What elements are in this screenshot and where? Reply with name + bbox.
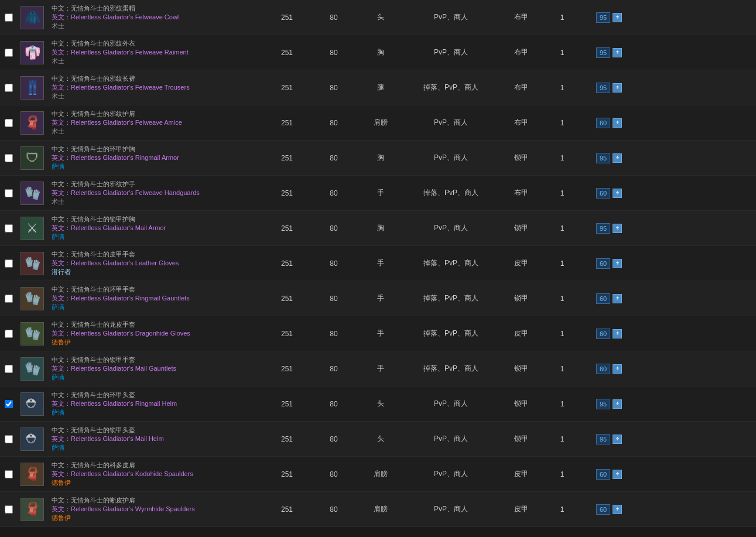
item-name-en[interactable]: 英文：Relentless Gladiator's Felweave Trous… [52,83,259,92]
item-class: 术士 [52,197,259,206]
item-points: 95 ⚜ [580,12,638,23]
item-points: 60 ⚜ [580,293,638,304]
item-level: 80 [310,330,357,338]
item-armor-type: 布甲 [498,83,545,93]
item-name-col: 中文：无情角斗士的邪纹护手 英文：Relentless Gladiator's … [47,180,264,206]
row-checkbox[interactable] [5,224,13,232]
item-ilvl: 251 [264,330,310,338]
row-checkbox[interactable] [5,13,13,22]
row-checkbox[interactable] [5,435,13,443]
currency-icon: ⚜ [613,294,622,303]
points-value: 95 [596,399,610,409]
item-name-col: 中文：无情角斗士的蜥皮护肩 英文：Relentless Gladiator's … [47,496,264,522]
item-name-en[interactable]: 英文：Relentless Gladiator's Leather Gloves [52,259,259,268]
item-points: 95 ⚜ [580,223,638,234]
item-ilvl: 251 [264,49,310,57]
item-name-en[interactable]: 英文：Relentless Gladiator's Wyrmhide Spaul… [52,505,259,514]
item-level: 80 [310,119,357,127]
item-name-zh: 中文：无情角斗士的龙皮手套 [52,320,259,329]
points-value: 60 [596,258,610,269]
table-row: 🧤 中文：无情角斗士的锁甲手套 英文：Relentless Gladiator'… [0,351,756,386]
item-name-en[interactable]: 英文：Relentless Gladiator's Ringmail Armor [52,153,259,162]
row-checkbox[interactable] [5,400,13,408]
item-ilvl: 251 [264,259,310,268]
item-name-zh: 中文：无情角斗士的邪纹护肩 [52,110,259,118]
item-stack: 1 [545,400,580,408]
row-checkbox[interactable] [5,154,13,162]
item-stack: 1 [545,435,580,443]
table-row: 🧤 中文：无情角斗士的龙皮手套 英文：Relentless Gladiator'… [0,316,756,351]
item-class: 德鲁伊 [52,478,259,487]
item-slot: 肩膀 [357,469,404,479]
currency-icon: ⚜ [613,189,622,198]
item-name-en[interactable]: 英文：Relentless Gladiator's Ringmail Gaunt… [52,294,259,303]
item-name-en[interactable]: 英文：Relentless Gladiator's Felweave Raime… [52,48,259,57]
row-checkbox[interactable] [5,49,13,57]
row-checkbox[interactable] [5,259,13,268]
item-stack: 1 [545,49,580,57]
item-level: 80 [310,49,357,57]
row-checkbox[interactable] [5,119,13,127]
item-class: 术士 [52,92,259,101]
item-level: 80 [310,505,357,514]
item-level: 80 [310,295,357,303]
currency-icon: ⚜ [613,435,622,444]
item-name-en[interactable]: 英文：Relentless Gladiator's Felweave Handg… [52,189,259,197]
item-armor-type: 皮甲 [498,469,545,479]
item-table: 🧥 中文：无情角斗士的邪纹蛋帽 英文：Relentless Gladiator'… [0,0,756,527]
checkbox-col [0,119,18,127]
row-checkbox[interactable] [5,505,13,514]
points-value: 60 [596,188,610,199]
row-checkbox[interactable] [5,330,13,338]
item-name-en[interactable]: 英文：Relentless Gladiator's Kodohide Spaul… [52,470,259,478]
item-ilvl: 251 [264,13,310,22]
item-name-col: 中文：无情角斗士的锁甲护胸 英文：Relentless Gladiator's … [47,215,264,241]
item-name-en[interactable]: 英文：Relentless Gladiator's Dragonhide Glo… [52,329,259,338]
item-slot: 手 [357,364,404,374]
item-ilvl: 251 [264,224,310,232]
item-class: 术士 [52,57,259,66]
points-value: 60 [596,293,610,304]
table-row: ⛑ 中文：无情角斗士的环甲头盔 英文：Relentless Gladiator'… [0,386,756,422]
checkbox-col [0,84,18,92]
item-icon: 🧤 [20,357,44,381]
item-name-col: 中文：无情角斗士的锁甲手套 英文：Relentless Gladiator's … [47,355,264,382]
row-checkbox[interactable] [5,189,13,197]
row-checkbox[interactable] [5,84,13,92]
item-name-col: 中文：无情角斗士的龙皮手套 英文：Relentless Gladiator's … [47,320,264,347]
item-level: 80 [310,400,357,408]
item-name-en[interactable]: 英文：Relentless Gladiator's Felweave Cowl [52,13,259,22]
item-armor-type: 锁甲 [498,434,545,444]
points-value: 95 [596,223,610,234]
item-name-zh: 中文：无情角斗士的锁甲头盔 [52,426,259,435]
item-name-en[interactable]: 英文：Relentless Gladiator's Felweave Amice [52,118,259,127]
item-name-en[interactable]: 英文：Relentless Gladiator's Mail Helm [52,435,259,443]
item-source: PvP、商人 [404,504,498,514]
item-name-en[interactable]: 英文：Relentless Gladiator's Mail Armor [52,224,259,232]
item-name-en[interactable]: 英文：Relentless Gladiator's Ringmail Helm [52,399,259,408]
item-armor-type: 布甲 [498,47,545,57]
row-checkbox[interactable] [5,365,13,373]
currency-icon: ⚜ [613,399,622,409]
currency-icon: ⚜ [613,259,622,268]
item-class: 潜行者 [52,268,259,276]
item-name-col: 中文：无情角斗士的邪纹长裤 英文：Relentless Gladiator's … [47,74,264,101]
row-checkbox[interactable] [5,295,13,303]
item-points: 60 ⚜ [580,364,638,374]
item-icon: 🛡 [20,146,44,170]
item-level: 80 [310,224,357,232]
item-stack: 1 [545,470,580,478]
row-checkbox[interactable] [5,470,13,478]
item-level: 80 [310,470,357,478]
item-slot: 胸 [357,153,404,163]
points-value: 60 [596,118,610,128]
item-name-en[interactable]: 英文：Relentless Gladiator's Mail Gauntlets [52,364,259,373]
item-ilvl: 251 [264,154,310,162]
item-name-zh: 中文：无情角斗士的锁甲护胸 [52,215,259,224]
table-row: 🧤 中文：无情角斗士的皮甲手套 英文：Relentless Gladiator'… [0,246,756,281]
item-icon: ⛑ [20,427,44,451]
item-stack: 1 [545,365,580,373]
item-points: 60 ⚜ [580,258,638,269]
item-source: 掉落、PvP、商人 [404,188,498,198]
item-source: PvP、商人 [404,153,498,163]
